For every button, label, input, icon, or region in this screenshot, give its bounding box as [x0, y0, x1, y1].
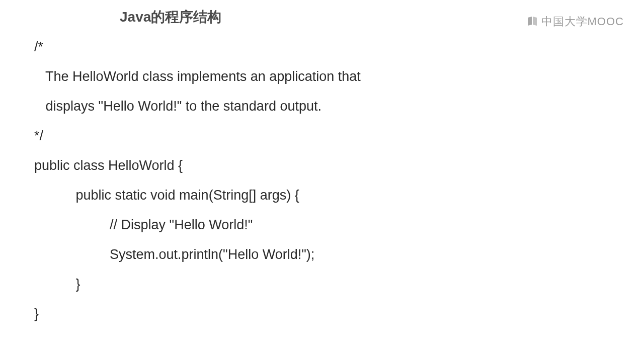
- slide-title: Java的程序结构: [120, 8, 221, 27]
- code-example: /* The HelloWorld class implements an ap…: [34, 40, 361, 321]
- code-line: }: [34, 307, 361, 321]
- code-line: The HelloWorld class implements an appli…: [34, 70, 361, 83]
- platform-logo: 中国大学MOOC: [526, 14, 624, 29]
- code-line: }: [34, 278, 361, 291]
- code-line: System.out.println("Hello World!");: [34, 248, 361, 261]
- code-line: */: [34, 129, 361, 143]
- code-line: displays "Hello World!" to the standard …: [34, 100, 361, 113]
- code-line: public static void main(String[] args) {: [34, 189, 361, 202]
- logo-text: 中国大学MOOC: [541, 14, 624, 29]
- code-line: /*: [34, 40, 361, 54]
- book-icon: [526, 16, 538, 28]
- code-line: // Display "Hello World!": [34, 218, 361, 232]
- code-line: public class HelloWorld {: [34, 159, 361, 172]
